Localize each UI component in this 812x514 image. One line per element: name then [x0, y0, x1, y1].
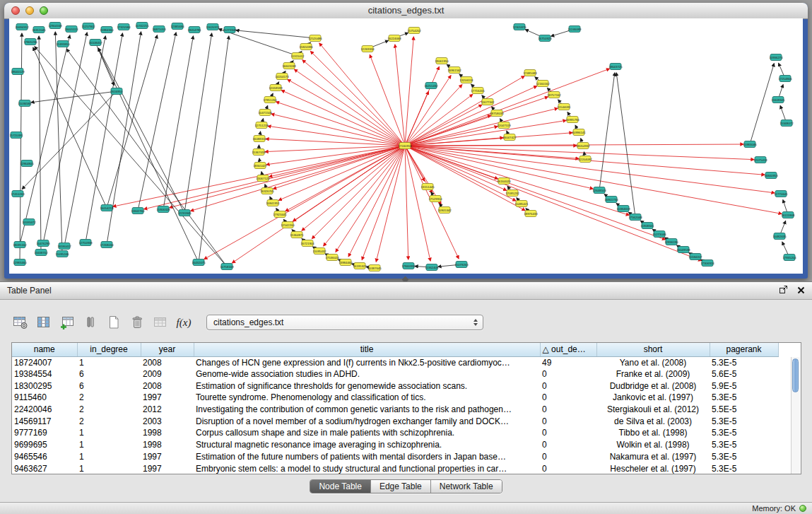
table-cell[interactable]: Changes of HCN gene expression and I(f) …	[194, 356, 540, 368]
close-button[interactable]	[11, 6, 20, 15]
table-cell[interactable]: Investigating the contribution of common…	[194, 404, 540, 416]
column-header-0[interactable]: name	[12, 343, 77, 356]
table-row[interactable]: 946554611997Estimation of the future num…	[12, 451, 778, 463]
table-cell[interactable]: Embryonic stem cells: a model to study s…	[194, 462, 540, 474]
table-row[interactable]: 1456911722003Disruption of a novel membe…	[12, 415, 778, 427]
column-header-5[interactable]: short	[596, 343, 710, 356]
table-options-button[interactable]	[11, 314, 30, 331]
function-builder-button[interactable]: f(x)	[175, 314, 193, 331]
table-cell[interactable]: 14569117	[12, 415, 77, 427]
table-row[interactable]: 946362711997Embryonic stem cells: a mode…	[12, 462, 778, 474]
table-row[interactable]: 2242004622012Investigating the contribut…	[12, 404, 778, 416]
table-cell[interactable]: 0	[540, 368, 596, 380]
table-cell[interactable]: 6	[77, 380, 141, 392]
table-cell[interactable]: 5.9E-5	[710, 380, 778, 392]
table-cell[interactable]: 5.3E-5	[710, 356, 778, 368]
table-cell[interactable]: 5.5E-5	[710, 404, 778, 416]
table-cell[interactable]: 1997	[141, 392, 194, 404]
show-columns-button[interactable]	[35, 314, 53, 331]
table-cell[interactable]: 1	[77, 356, 141, 368]
table-row[interactable]: 969969511998Structural magnetic resonanc…	[12, 439, 778, 451]
table-cell[interactable]: Genome-wide association studies in ADHD.	[194, 368, 540, 380]
table-row[interactable]: 1938455462009Genome-wide association stu…	[12, 368, 778, 380]
table-cell[interactable]: 1997	[141, 451, 194, 463]
table-cell[interactable]: 9115460	[12, 392, 77, 404]
table-cell[interactable]: Franke et al. (2009)	[596, 368, 710, 380]
table-row[interactable]: 977716911998Corpus callosum shape and si…	[12, 427, 778, 439]
table-cell[interactable]: 2008	[141, 356, 194, 368]
table-cell[interactable]: 5.3E-5	[710, 427, 778, 439]
table-scrollbar[interactable]	[791, 357, 800, 474]
table-cell[interactable]: Jankovic et al. (1997)	[596, 392, 710, 404]
table-row[interactable]: 1830029562008Estimation of significance …	[12, 380, 778, 392]
table-cell[interactable]: 0	[540, 439, 596, 451]
table-cell[interactable]: 2008	[141, 380, 194, 392]
delete-table-button[interactable]	[128, 314, 146, 331]
tab-node-table[interactable]: Node Table	[310, 480, 371, 493]
column-header-2[interactable]: year	[141, 343, 194, 356]
table-cell[interactable]: 5.6E-5	[710, 368, 778, 380]
column-header-1[interactable]: in_degree	[77, 343, 141, 356]
import-table-button-disabled[interactable]	[151, 314, 170, 331]
table-cell[interactable]: Yano et al. (2008)	[596, 356, 710, 368]
table-cell[interactable]: 0	[540, 380, 596, 392]
table-cell[interactable]: 1	[77, 462, 141, 474]
table-cell[interactable]: de Silva et al. (2003)	[596, 415, 710, 427]
table-cell[interactable]: 18724007	[12, 356, 77, 368]
tab-edge-table[interactable]: Edge Table	[371, 480, 431, 493]
table-cell[interactable]: 5.3E-5	[710, 392, 778, 404]
table-cell[interactable]: 0	[540, 451, 596, 463]
window-titlebar[interactable]: citations_edges.txt	[4, 3, 808, 19]
table-cell[interactable]: Estimation of significance thresholds fo…	[194, 380, 540, 392]
table-cell[interactable]: Nakamura et al. (1997)	[596, 451, 710, 463]
table-cell[interactable]: 2	[77, 392, 141, 404]
network-canvas[interactable]: 1724091612520486158243961131501216603248…	[9, 18, 803, 274]
table-cell[interactable]: Disruption of a novel member of a sodium…	[194, 415, 540, 427]
table-cell[interactable]: Stergiakouli et al. (2012)	[596, 404, 710, 416]
table-cell[interactable]: 1998	[141, 439, 194, 451]
table-cell[interactable]: Tibbo et al. (1998)	[596, 427, 710, 439]
tab-network-table[interactable]: Network Table	[431, 480, 502, 493]
table-cell[interactable]: 9777169	[12, 427, 77, 439]
network-canvas-svg[interactable]: 1724091612520486158243961131501216603248…	[9, 18, 803, 274]
close-panel-icon[interactable]	[797, 284, 805, 297]
table-cell[interactable]: Structural magnetic resonance image aver…	[194, 439, 540, 451]
table-cell[interactable]: 1997	[141, 462, 194, 474]
create-column-button[interactable]	[58, 314, 76, 331]
new-table-button[interactable]	[105, 314, 123, 331]
table-cell[interactable]: 6	[77, 368, 141, 380]
table-cell[interactable]: 9463627	[12, 462, 77, 474]
table-cell[interactable]: 5.3E-5	[710, 451, 778, 463]
column-header-4[interactable]: △ out_de…	[540, 343, 596, 356]
column-header-3[interactable]: title	[194, 343, 540, 356]
table-cell[interactable]: Estimation of the future numbers of pati…	[194, 451, 540, 463]
table-cell[interactable]: Dudbridge et al. (2008)	[596, 380, 710, 392]
table-scrollbar-thumb[interactable]	[792, 358, 799, 392]
table-cell[interactable]: 5.3E-5	[710, 439, 778, 451]
table-row[interactable]: 1872400712008Changes of HCN gene express…	[12, 356, 778, 368]
table-cell[interactable]: 1	[77, 427, 141, 439]
minimize-button[interactable]	[25, 6, 34, 15]
table-cell[interactable]: 2	[77, 404, 141, 416]
table-cell[interactable]: 18300295	[12, 380, 77, 392]
table-cell[interactable]: 0	[540, 404, 596, 416]
table-row[interactable]: 911546021997Tourette syndrome. Phenomeno…	[12, 392, 778, 404]
table-cell[interactable]: 0	[540, 392, 596, 404]
table-cell[interactable]: Hescheler et al. (1997)	[596, 462, 710, 474]
table-cell[interactable]: 9699695	[12, 439, 77, 451]
table-cell[interactable]: 5.3E-5	[710, 462, 778, 474]
table-cell[interactable]: Corpus callosum shape and size in male p…	[194, 427, 540, 439]
table-cell[interactable]: 19384554	[12, 368, 77, 380]
column-header-6[interactable]: pagerank	[710, 343, 778, 356]
table-cell[interactable]: 0	[540, 462, 596, 474]
table-cell[interactable]: 2009	[141, 368, 194, 380]
table-cell[interactable]: 2012	[141, 404, 194, 416]
table-cell[interactable]: 1	[77, 451, 141, 463]
table-cell[interactable]: 1998	[141, 427, 194, 439]
table-cell[interactable]: 2	[77, 415, 141, 427]
table-cell[interactable]: 0	[540, 415, 596, 427]
row-options-button[interactable]	[81, 314, 100, 331]
table-cell[interactable]: Tourette syndrome. Phenomenology and cla…	[194, 392, 540, 404]
table-cell[interactable]: 5.3E-5	[710, 415, 778, 427]
table-cell[interactable]: 1	[77, 439, 141, 451]
